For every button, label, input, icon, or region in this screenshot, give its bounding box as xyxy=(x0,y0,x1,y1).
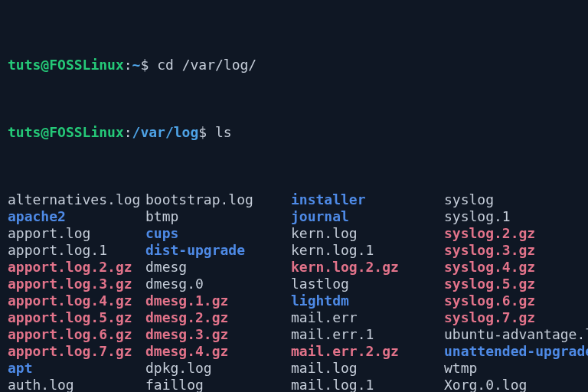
prompt-path-home: ~ xyxy=(132,57,141,73)
ls-entry: syslog.2.gz xyxy=(444,225,588,242)
prompt-line-2: tuts@FOSSLinux:/var/log$ ls xyxy=(8,124,580,141)
ls-entry: journal xyxy=(291,208,444,225)
ls-entry: apport.log xyxy=(8,225,145,242)
ls-entry: cups xyxy=(145,225,291,242)
ls-entry: mail.err.1 xyxy=(291,326,444,343)
ls-entry: auth.log xyxy=(8,377,145,392)
ls-output: alternatives.logbootstrap.loginstallersy… xyxy=(8,191,580,392)
prompt-path-cwd: /var/log xyxy=(132,124,199,140)
prompt-at: @ xyxy=(41,57,49,73)
ls-entry: kern.log xyxy=(291,225,444,242)
ls-entry: lightdm xyxy=(291,292,444,309)
ls-entry: mail.err.2.gz xyxy=(291,343,444,360)
command-ls: ls xyxy=(215,124,232,140)
prompt-user: tuts xyxy=(8,57,41,73)
ls-entry: apport.log.5.gz xyxy=(8,309,145,326)
ls-entry: unattended-upgrades xyxy=(444,343,588,360)
ls-entry: syslog xyxy=(444,191,588,208)
prompt-dollar: $ xyxy=(140,57,149,73)
ls-entry: btmp xyxy=(145,208,291,225)
ls-entry: mail.log xyxy=(291,360,444,377)
ls-entry: syslog.7.gz xyxy=(444,309,588,326)
ls-entry: apport.log.4.gz xyxy=(8,292,145,309)
ls-entry: dmesg.3.gz xyxy=(145,326,291,343)
ls-entry: mail.log.1 xyxy=(291,377,444,392)
ls-entry: ubuntu-advantage.log xyxy=(444,326,588,343)
ls-entry: installer xyxy=(291,191,444,208)
prompt-line-1: tuts@FOSSLinux:~$ cd /var/log/ xyxy=(8,57,580,74)
ls-entry: syslog.6.gz xyxy=(444,292,588,309)
ls-entry: apport.log.6.gz xyxy=(8,326,145,343)
ls-entry: dmesg xyxy=(145,259,291,276)
ls-entry: apache2 xyxy=(8,208,145,225)
ls-entry: alternatives.log xyxy=(8,191,145,208)
command-cd: cd /var/log/ xyxy=(157,57,256,73)
ls-entry: bootstrap.log xyxy=(145,191,291,208)
ls-entry: apport.log.7.gz xyxy=(8,343,145,360)
ls-entry: syslog.4.gz xyxy=(444,259,588,276)
ls-entry: mail.err xyxy=(291,309,444,326)
ls-entry: Xorg.0.log xyxy=(444,377,588,392)
ls-entry: apport.log.2.gz xyxy=(8,259,145,276)
prompt-at: @ xyxy=(41,124,49,140)
prompt-colon: : xyxy=(124,124,132,140)
prompt-host: FOSSLinux xyxy=(49,57,124,73)
ls-entry: faillog xyxy=(145,377,291,392)
ls-entry: dmesg.2.gz xyxy=(145,309,291,326)
ls-entry: dmesg.4.gz xyxy=(145,343,291,360)
ls-entry: kern.log.2.gz xyxy=(291,259,444,276)
ls-entry: dmesg.0 xyxy=(145,276,291,292)
prompt-host: FOSSLinux xyxy=(49,124,124,140)
ls-entry: wtmp xyxy=(444,360,588,377)
ls-entry: apport.log.3.gz xyxy=(8,276,145,292)
ls-entry: dist-upgrade xyxy=(145,242,291,259)
ls-entry: apt xyxy=(8,360,145,377)
ls-entry: apport.log.1 xyxy=(8,242,145,259)
prompt-user: tuts xyxy=(8,124,41,140)
prompt-colon: : xyxy=(124,57,132,73)
ls-entry: syslog.3.gz xyxy=(444,242,588,259)
terminal[interactable]: tuts@FOSSLinux:~$ cd /var/log/ tuts@FOSS… xyxy=(0,0,588,392)
ls-entry: dmesg.1.gz xyxy=(145,292,291,309)
ls-entry: syslog.1 xyxy=(444,208,588,225)
ls-entry: syslog.5.gz xyxy=(444,276,588,292)
prompt-dollar: $ xyxy=(198,124,207,140)
ls-entry: lastlog xyxy=(291,276,444,292)
ls-entry: kern.log.1 xyxy=(291,242,444,259)
ls-entry: dpkg.log xyxy=(145,360,291,377)
